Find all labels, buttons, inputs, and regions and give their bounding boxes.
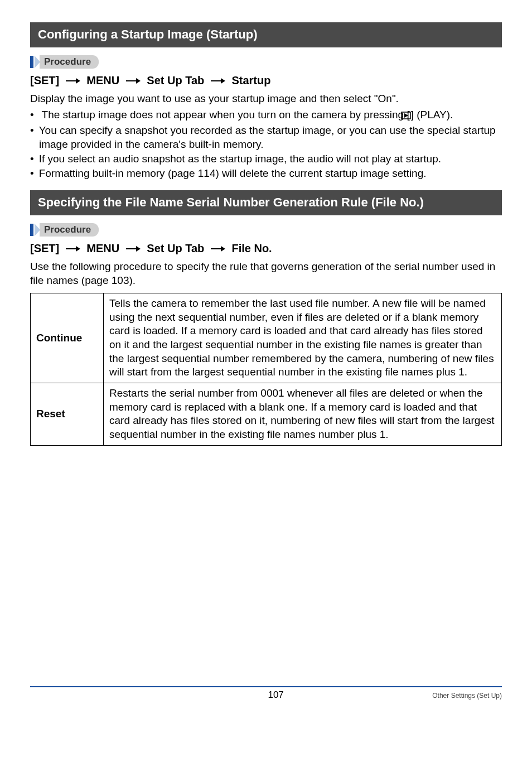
options-table: Continue Tells the camera to remember th… [30,293,502,446]
intro-text-2: Use the following procedure to specify t… [30,259,502,287]
bullet-text-post: ] (PLAY). [411,109,453,120]
svg-marker-5 [221,78,225,84]
bullet-item: The startup image does not appear when y… [30,108,502,123]
option-desc-continue: Tells the camera to remember the last us… [104,293,502,383]
svg-marker-3 [136,78,141,84]
arrow-icon [211,245,225,252]
section-header-startup: Configuring a Startup Image (Startup) [30,22,502,47]
procedure-label: Procedure [40,55,99,69]
intro-text-1: Display the image you want to use as you… [30,91,502,105]
path-part: Set Up Tab [147,74,204,86]
svg-marker-9 [76,246,80,252]
bullet-item: Formatting built-in memory (page 114) wi… [30,166,502,180]
table-row: Continue Tells the camera to remember th… [31,293,502,383]
procedure-bar [30,56,33,68]
svg-marker-11 [136,246,141,252]
svg-marker-13 [221,246,225,252]
footer-section-label: Other Settings (Set Up) [432,692,502,700]
path-part: Startup [231,74,270,86]
path-part: File No. [231,242,272,254]
procedure-heading-2: Procedure [30,223,502,237]
svg-marker-1 [76,78,80,84]
bullet-text-pre: The startup image does not appear when y… [42,109,410,120]
section-header-fileno: Specifying the File Name Serial Number G… [30,190,502,215]
footer-divider [30,686,502,687]
path-part: MENU [86,74,119,86]
table-row: Reset Restarts the serial number from 00… [31,383,502,445]
arrow-icon [66,245,80,252]
option-label-continue: Continue [31,293,104,383]
page-footer: 107 Other Settings (Set Up) [30,686,502,701]
arrow-icon [126,78,141,84]
procedure-heading-1: Procedure [30,55,502,69]
bullet-item: If you select an audio snapshot as the s… [30,152,502,166]
arrow-icon [66,78,80,84]
option-label-reset: Reset [31,383,104,445]
procedure-label: Procedure [40,223,99,237]
option-desc-reset: Restarts the serial number from 0001 whe… [104,383,502,445]
arrow-icon [126,245,141,252]
path-part: [SET] [30,242,59,254]
path-part: MENU [86,242,119,254]
menu-path-2: [SET] MENU Set Up Tab File No. [30,242,502,255]
procedure-bar [30,224,33,236]
svg-marker-7 [404,113,408,118]
bullet-list-1: The startup image does not appear when y… [30,108,502,180]
arrow-icon [211,78,225,84]
page-number: 107 [119,690,432,701]
path-part: Set Up Tab [147,242,204,254]
menu-path-1: [SET] MENU Set Up Tab Startup [30,74,502,87]
bullet-item: You can specify a snapshot you recorded … [30,123,502,151]
path-part: [SET] [30,74,59,86]
